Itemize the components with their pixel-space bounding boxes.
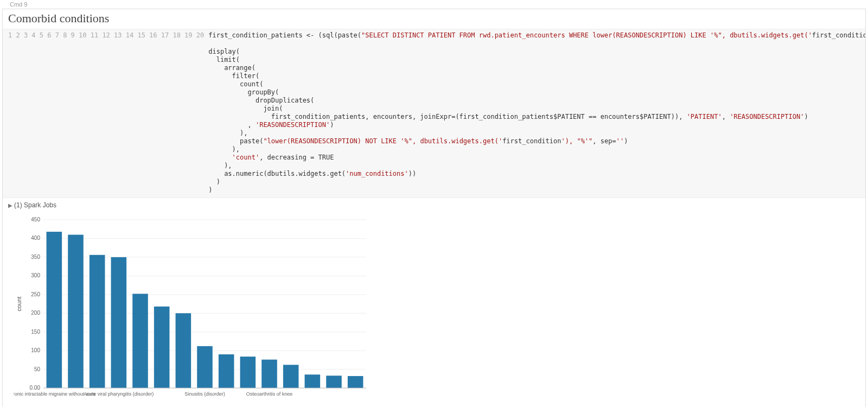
svg-text:0.00: 0.00 (30, 385, 41, 391)
code-block[interactable]: 1 2 3 4 5 6 7 8 9 10 11 12 13 14 15 16 1… (3, 29, 865, 198)
bar (348, 376, 363, 388)
bar (261, 360, 277, 388)
svg-text:50: 50 (34, 366, 41, 372)
svg-text:300: 300 (31, 272, 40, 278)
bar (283, 365, 299, 388)
svg-text:150: 150 (31, 329, 40, 335)
svg-text:ronic intractable migraine wit: ronic intractable migraine without aura (14, 391, 95, 397)
svg-text:350: 350 (31, 254, 40, 260)
svg-text:Osteoarthritis of knee: Osteoarthritis of knee (246, 391, 293, 397)
bar (326, 376, 342, 388)
bar (197, 346, 213, 388)
bar (132, 294, 148, 388)
svg-text:250: 250 (31, 291, 40, 297)
chevron-right-icon: ▶ (8, 202, 12, 208)
notebook-cell: Comorbid conditions 1 2 3 4 5 6 7 8 9 10… (2, 9, 866, 407)
svg-text:Acute viral pharyngitis (disor: Acute viral pharyngitis (disorder) (84, 391, 154, 397)
bar (68, 235, 84, 388)
bar (240, 357, 256, 388)
spark-jobs-label: (1) Spark Jobs (14, 201, 56, 209)
bar (154, 307, 170, 388)
bar (47, 232, 62, 388)
cell-title: Comorbid conditions (3, 9, 865, 29)
bar-chart: 0.0050100150200250300350400450countronic… (14, 214, 372, 407)
svg-text:400: 400 (31, 235, 40, 241)
bar (305, 374, 321, 388)
bar (176, 313, 192, 388)
bar (111, 257, 127, 388)
code-content[interactable]: first_condition_patients <- (sql(paste("… (207, 29, 865, 198)
chart-output: 0.0050100150200250300350400450countronic… (3, 212, 865, 407)
line-gutter: 1 2 3 4 5 6 7 8 9 10 11 12 13 14 15 16 1… (3, 29, 207, 198)
svg-text:Sinusitis (disorder): Sinusitis (disorder) (184, 391, 225, 397)
cmd-label: Cmd 9 (0, 0, 868, 9)
svg-text:100: 100 (31, 347, 40, 353)
svg-text:450: 450 (31, 217, 40, 222)
bar (90, 255, 105, 388)
svg-text:200: 200 (31, 310, 40, 316)
spark-jobs-toggle[interactable]: ▶(1) Spark Jobs (3, 198, 865, 212)
svg-text:count: count (16, 297, 22, 311)
bar (219, 354, 234, 388)
